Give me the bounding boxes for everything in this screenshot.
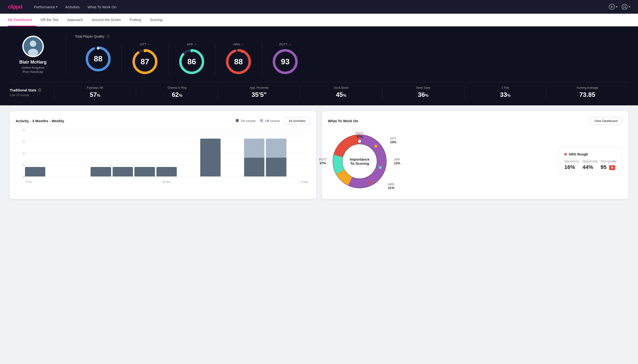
svg-point-19 — [241, 50, 243, 53]
bar-group-3 — [91, 167, 111, 176]
donut-chart-wrap: Importance To Scoring PUTT 57% OTT 10% A… — [328, 130, 391, 193]
player-name: Blair McHarg — [19, 60, 47, 65]
svg-point-30 — [369, 181, 372, 184]
bar-group-2 — [69, 176, 89, 176]
quality-title: Total Player Quality ⓘ — [75, 34, 628, 38]
bar-on-course-5 — [134, 167, 155, 176]
tab-putting[interactable]: Putting — [125, 14, 146, 26]
activity-chart: 4 3 2 1 0 7 Feb 28 Mar 9 May — [16, 130, 310, 183]
stats-info-icon[interactable]: ⓘ — [38, 88, 41, 92]
player-row: Blair McHarg United Kingdom Plus Handica… — [10, 34, 628, 75]
bar-group-6 — [156, 167, 177, 176]
nav-performance[interactable]: Performance ▾ — [34, 4, 58, 10]
bars-container — [23, 130, 310, 176]
stats-row: Traditional Stats ⓘ Last 20 rounds Fairw… — [10, 82, 628, 98]
player-info: Blair McHarg United Kingdom Plus Handica… — [10, 36, 66, 74]
nav-right: ▾ ▾ — [609, 4, 630, 10]
svg-point-27 — [358, 140, 361, 143]
ring-ott: OTT ↗ 87 — [122, 42, 168, 75]
donut-label-app: APP 12% — [394, 158, 400, 165]
bar-on-course-0 — [25, 167, 45, 176]
metric-shot-quality: Shot Quality 95 ▼ — [600, 160, 617, 170]
svg-point-16 — [190, 50, 193, 52]
info-card-metrics: Importance 16% Opportunity 44% Shot Qual… — [564, 160, 617, 170]
bar-group-11 — [266, 138, 286, 176]
nav-what-to-work-on[interactable]: What To Work On — [88, 4, 117, 10]
ring-app-svg: 86 — [178, 48, 205, 75]
putt-arrow-icon: ↗ — [289, 43, 291, 46]
bar-on-course-10 — [244, 158, 264, 177]
shot-quality-badge: ▼ — [609, 165, 615, 170]
logo: clippd — [8, 4, 22, 10]
avatar — [22, 36, 44, 57]
nav-activities[interactable]: Activities — [65, 4, 80, 10]
ring-arg: ARG ↗ 88 — [215, 42, 262, 75]
bar-off-course-10 — [244, 138, 264, 158]
svg-point-10 — [97, 47, 99, 50]
metric-opportunity: Opportunity 44% — [582, 160, 599, 170]
stat-updown: Up & Down 45% — [300, 86, 382, 98]
tab-off-the-tee[interactable]: Off the Tee — [36, 14, 63, 26]
tab-my-dashboard[interactable]: My Dashboard — [8, 14, 36, 26]
chevron-down-icon: ▾ — [56, 5, 58, 8]
bar-on-course-8 — [200, 138, 221, 176]
ring-total-svg: 88 — [85, 46, 112, 72]
ring-ott-svg: 87 — [131, 48, 158, 75]
bar-group-5 — [134, 167, 155, 176]
bar-group-7 — [178, 176, 198, 176]
x-label-mar: 28 Mar — [162, 180, 170, 183]
bar-group-4 — [113, 167, 133, 176]
bar-group-1 — [47, 176, 67, 176]
activity-panel-header: Activity - 3 Months - Weekly On course O… — [16, 117, 310, 125]
bottom-panels: Activity - 3 Months - Weekly On course O… — [0, 105, 638, 205]
quality-rings: 88 OTT ↗ 87 — [75, 42, 628, 75]
hero-section: Blair McHarg United Kingdom Plus Handica… — [0, 26, 638, 105]
ott-arrow-icon: ↗ — [147, 43, 150, 46]
donut-label-ott: OTT 10% — [390, 137, 396, 144]
what-to-work-on-title: What To Work On — [328, 119, 358, 123]
bar-on-course-6 — [156, 167, 177, 176]
player-country: United Kingdom — [22, 66, 44, 70]
activity-panel-title: Activity - 3 Months - Weekly — [16, 119, 64, 123]
app-arrow-icon: ↗ — [194, 43, 196, 46]
chart-legend: On course Off course — [236, 119, 280, 123]
arg-rough-dot — [564, 153, 567, 156]
stat-fairways: Fairways Hit 57% — [54, 86, 136, 98]
donut-area: Importance To Scoring PUTT 57% OTT 10% A… — [328, 130, 622, 193]
ring-app: APP ↗ 86 — [168, 42, 215, 75]
svg-point-2 — [623, 6, 625, 7]
stats-label-col: Traditional Stats ⓘ Last 20 rounds — [10, 88, 54, 97]
info-card: ARG Rough Importance 16% Opportunity 44%… — [559, 148, 622, 175]
stats-subtitle: Last 20 rounds — [10, 94, 54, 97]
stat-proximity: App. Proximity 35'5" — [218, 86, 300, 98]
tab-approach[interactable]: Approach — [63, 14, 87, 26]
svg-point-7 — [28, 49, 38, 56]
tab-around-the-green[interactable]: Around the Green — [87, 14, 125, 26]
player-handicap: Plus Handicap — [23, 70, 43, 74]
bar-group-12 — [288, 176, 308, 176]
bar-group-0 — [25, 167, 45, 176]
all-activities-button[interactable]: All Activities — [284, 117, 310, 125]
ring-arg-svg: 88 — [225, 48, 252, 75]
view-dashboard-button[interactable]: View Dashboard — [590, 117, 622, 125]
activity-panel: Activity - 3 Months - Weekly On course O… — [10, 111, 316, 199]
add-button[interactable]: ▾ — [609, 4, 617, 10]
quality-info-icon[interactable]: ⓘ — [106, 34, 110, 38]
svg-point-29 — [379, 166, 382, 169]
bar-group-9 — [222, 176, 242, 176]
svg-point-28 — [374, 145, 377, 148]
arg-arrow-icon: ↗ — [241, 43, 244, 46]
stat-scoring-avg: Scoring Average 73.85 — [546, 86, 628, 98]
bar-group-10 — [244, 138, 264, 176]
bar-on-course-4 — [113, 167, 133, 176]
tabs-bar: My Dashboard Off the Tee Approach Around… — [0, 14, 638, 26]
svg-point-13 — [144, 50, 146, 52]
x-labels: 7 Feb 28 Mar 9 May — [23, 180, 310, 183]
ring-putt-svg: 93 — [272, 48, 299, 75]
metric-importance: Importance 16% — [564, 160, 580, 170]
off-course-legend-dot — [260, 119, 263, 122]
user-menu-button[interactable]: ▾ — [621, 4, 630, 10]
stat-oneputt: 1 Putt 33% — [464, 86, 546, 98]
bar-off-course-11 — [266, 138, 286, 158]
tab-scoring[interactable]: Scoring — [146, 14, 167, 26]
